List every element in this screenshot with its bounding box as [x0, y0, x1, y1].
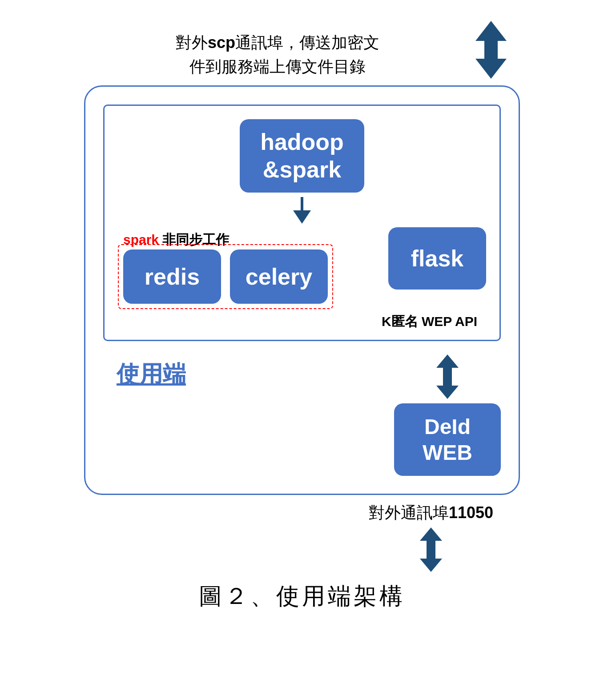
- svg-marker-3: [293, 210, 311, 224]
- hadoop-spark-box: hadoop &spark: [240, 119, 364, 193]
- wep-label-row: K匿名 WEP API: [118, 313, 486, 331]
- svg-marker-7: [420, 541, 442, 572]
- top-annotation-row: 對外scp通訊埠，傳送加密文 件到服務端上傳文件目錄: [84, 21, 520, 79]
- right-column: DeId WEB: [394, 350, 501, 476]
- outer-box: hadoop &spark spa: [84, 85, 520, 495]
- diagram-container: 對外scp通訊埠，傳送加密文 件到服務端上傳文件目錄 ha: [57, 21, 547, 679]
- dashed-red-box: redis celery: [118, 244, 333, 309]
- svg-marker-1: [475, 41, 507, 79]
- flask-to-deid-arrow: [434, 354, 461, 399]
- redis-box: redis: [123, 249, 221, 304]
- wep-label: K匿名 WEP API: [382, 313, 477, 331]
- hadoop-to-celery-arrow: [118, 197, 486, 224]
- top-annotation-text: 對外scp通訊埠，傳送加密文 件到服務端上傳文件目錄: [84, 31, 475, 79]
- celery-label: celery: [246, 264, 312, 290]
- flask-label: flask: [411, 245, 464, 272]
- top-arrow-icon: [475, 21, 507, 79]
- hadoop-spark-label: hadoop &spark: [260, 129, 344, 182]
- deid-label: DeId WEB: [423, 415, 472, 464]
- inner-left: spark 非同步工作 redis celery: [118, 227, 379, 309]
- celery-box: celery: [230, 249, 328, 304]
- svg-marker-5: [436, 368, 459, 399]
- bottom-section: 使用端 DeId WEB: [103, 350, 501, 476]
- redis-label: redis: [145, 264, 200, 290]
- top-text-line1: 對外scp通訊埠，傳送加密文: [176, 33, 379, 52]
- bottom-port-number: 11050: [449, 503, 493, 522]
- deid-box: DeId WEB: [394, 403, 501, 476]
- redis-celery-row: redis celery: [123, 249, 328, 304]
- inner-box: hadoop &spark spa: [103, 105, 501, 341]
- diagram-wrap: 對外scp通訊埠，傳送加密文 件到服務端上傳文件目錄 ha: [84, 21, 520, 612]
- top-text-line2: 件到服務端上傳文件目錄: [189, 57, 366, 76]
- figure-caption: 圖２、使用端架構: [199, 581, 405, 612]
- inner-content-row: spark 非同步工作 redis celery: [118, 227, 486, 309]
- bottom-port-prefix: 對外通訊埠: [369, 503, 449, 522]
- bottom-port-section: 對外通訊埠11050: [84, 499, 520, 572]
- bottom-port-text: 對外通訊埠11050: [369, 502, 493, 524]
- usage-label: 使用端: [117, 359, 394, 390]
- flask-box: flask: [388, 227, 486, 290]
- bottom-arrow-icon: [418, 527, 444, 572]
